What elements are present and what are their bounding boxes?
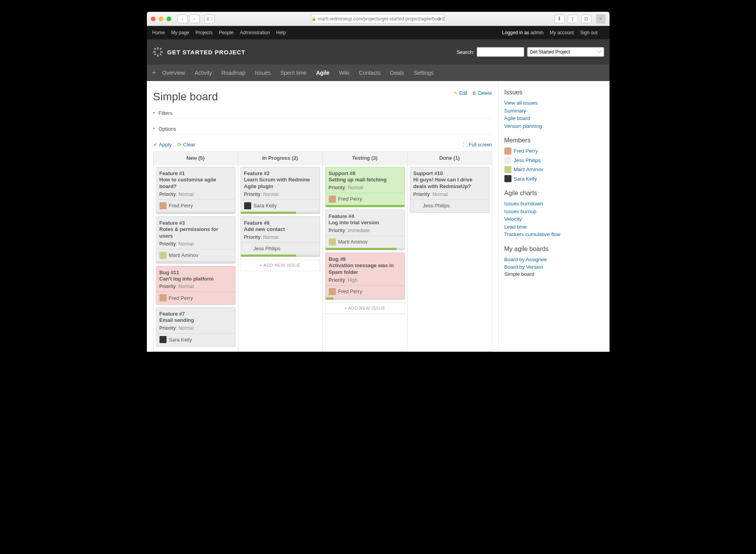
tabs-icon[interactable]: ⧉ <box>581 15 591 23</box>
sidebar-link[interactable]: Velocity <box>504 215 604 223</box>
member-item[interactable]: Jess Philips <box>504 157 604 164</box>
tab-activity[interactable]: Activity <box>195 70 212 76</box>
sidebar-link[interactable]: Issues burndown <box>504 200 604 208</box>
project-select[interactable]: Get Started Project <box>527 47 604 57</box>
svg-rect-1 <box>207 17 209 21</box>
member-item[interactable]: Marti Aminov <box>504 166 604 174</box>
sidebar-link[interactable]: Lead time <box>504 223 604 231</box>
member-item[interactable]: Sara Kelly <box>504 175 604 183</box>
filters-toggle[interactable]: Filters <box>153 108 492 119</box>
svg-rect-6 <box>154 48 156 50</box>
avatar <box>504 157 511 164</box>
issue-card[interactable]: Feature #6Add new contactPriority: Norma… <box>241 216 320 257</box>
issue-card[interactable]: Support #10Hi guys! How can I drive deal… <box>410 167 489 213</box>
avatar <box>329 196 336 203</box>
column-header-done: Done (1) <box>407 152 492 164</box>
card-priority: Priority: Immediate <box>329 228 401 233</box>
minimize-window[interactable] <box>159 17 163 21</box>
issue-card[interactable]: Bug #11Can't log into platformPriority: … <box>156 266 235 305</box>
nav-help[interactable]: Help <box>276 30 286 35</box>
sidebar-link[interactable]: Agile board <box>504 114 604 122</box>
page-title: Simple board <box>153 90 218 103</box>
tab-roadmap[interactable]: Roadmap <box>222 70 246 76</box>
card-priority: Priority: Normal <box>244 192 317 197</box>
apply-button[interactable]: ✔Apply <box>153 142 172 148</box>
issue-card[interactable]: Feature #7Email sendingPriority: NormalS… <box>156 307 235 347</box>
card-progress <box>326 297 404 299</box>
sidebar-link[interactable]: Version planning <box>504 122 604 130</box>
svg-rect-5 <box>160 51 163 53</box>
sidebar-link[interactable]: View all issues <box>504 99 604 107</box>
member-name[interactable]: Sara Kelly <box>514 175 537 183</box>
nav-home[interactable]: Home <box>152 30 165 35</box>
column-done: Support #10Hi guys! How can I drive deal… <box>407 164 492 351</box>
options-toggle[interactable]: Options <box>153 124 492 135</box>
issue-card[interactable]: Support #8Setting up mail fetchingPriori… <box>325 167 405 207</box>
card-title: Log into trial version <box>329 220 401 226</box>
card-id: Bug #11 <box>159 270 232 275</box>
delete-button[interactable]: 🗑Delete <box>472 90 492 96</box>
add-new-issue[interactable]: + ADD NEW ISSUE <box>241 259 320 271</box>
search-input[interactable] <box>477 47 524 57</box>
issue-card[interactable]: Feature #2Learn Scrum with Redmine Agile… <box>241 167 320 214</box>
back-button[interactable]: ‹ <box>178 15 188 23</box>
reload-icon[interactable]: ⟳ <box>437 16 441 22</box>
sidebar-toggle[interactable] <box>204 15 215 23</box>
maximize-window[interactable] <box>167 17 171 21</box>
card-progress <box>156 212 235 214</box>
tab-spent-time[interactable]: Spent time <box>280 70 307 76</box>
card-priority: Priority: Normal <box>413 192 486 197</box>
card-title: Setting up mail fetching <box>329 177 401 183</box>
clear-button[interactable]: ⟳Clear <box>177 142 195 148</box>
avatar <box>159 294 167 301</box>
member-name[interactable]: Marti Aminov <box>514 166 543 174</box>
nav-people[interactable]: People <box>219 30 233 35</box>
card-title: Hi guys! How can I drive deals with Redm… <box>413 177 486 190</box>
member-item[interactable]: Fred Perry <box>504 147 604 155</box>
sidebar-link[interactable]: Issues burnup <box>504 208 604 216</box>
tab-wiki[interactable]: Wiki <box>339 70 349 76</box>
member-name[interactable]: Fred Perry <box>514 147 538 155</box>
nav-administration[interactable]: Administration <box>240 30 270 35</box>
svg-rect-3 <box>157 54 159 57</box>
tab-contacts[interactable]: Contacts <box>359 70 380 76</box>
download-icon[interactable]: ⬇ <box>554 15 565 23</box>
card-id: Feature #3 <box>159 220 232 226</box>
address-bar[interactable]: 🔒 marti.redmineup.com/projects/get-start… <box>311 14 445 24</box>
tab-issues[interactable]: Issues <box>255 70 271 76</box>
forward-button[interactable]: › <box>189 15 200 23</box>
tab-settings[interactable]: Settings <box>413 70 434 76</box>
sidebar-link[interactable]: Board by Assignee <box>504 256 604 264</box>
sidebar-link[interactable]: Trackers cumulative flow <box>504 231 604 238</box>
issue-card[interactable]: Bug #9Activation message was in Spam fol… <box>325 253 405 300</box>
nav-my-page[interactable]: My page <box>171 30 189 35</box>
avatar <box>504 166 511 173</box>
tab-agile[interactable]: Agile <box>316 70 330 76</box>
card-assignee: Sara Kelly <box>159 336 232 343</box>
member-name[interactable]: Jess Philips <box>514 157 541 164</box>
project-title[interactable]: GET STARTED PROJECT <box>167 49 246 55</box>
share-icon[interactable]: ⇪ <box>568 15 578 23</box>
avatar <box>244 202 251 209</box>
issue-card[interactable]: Feature #1How to customise agile board?P… <box>156 167 235 214</box>
issue-card[interactable]: Feature #4Log into trial versionPriority… <box>325 210 405 250</box>
column-progress: Feature #2Learn Scrum with Redmine Agile… <box>238 164 322 351</box>
new-tab-button[interactable]: + <box>596 14 606 24</box>
sidebar-boards-heading: My agile boards <box>504 246 604 253</box>
full-screen-button[interactable]: ⛶Full screen <box>463 142 492 148</box>
issue-card[interactable]: Feature #3Roles & permissions for usersP… <box>156 216 235 264</box>
tab-overview[interactable]: Overview <box>162 70 185 76</box>
add-new-issue[interactable]: + ADD NEW ISSUE <box>325 302 405 314</box>
edit-button[interactable]: ✎Edit <box>454 90 467 96</box>
nav-my-account[interactable]: My account <box>550 30 574 35</box>
card-assignee: Marti Aminov <box>329 238 401 246</box>
search-label: Search: <box>457 49 474 55</box>
nav-sign-out[interactable]: Sign out <box>580 30 597 35</box>
nav-projects[interactable]: Projects <box>196 30 213 35</box>
tab-deals[interactable]: Deals <box>390 70 404 76</box>
main-tabs: + Overview Activity Roadmap Issues Spent… <box>147 65 610 81</box>
add-tab-button[interactable]: + <box>152 69 156 76</box>
close-window[interactable] <box>151 17 156 21</box>
sidebar-link[interactable]: Summary <box>504 107 604 115</box>
sidebar-link[interactable]: Board by Version <box>504 263 604 271</box>
